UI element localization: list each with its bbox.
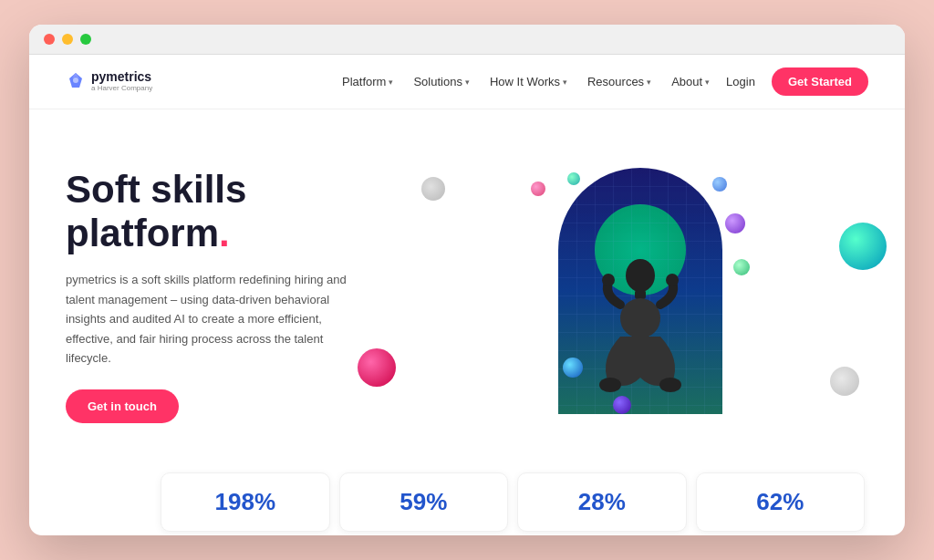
svg-point-2 — [73, 78, 78, 83]
nav-item-how-it-works[interactable]: How It Works ▾ — [483, 69, 575, 94]
hero-title-line2: platform — [66, 212, 219, 254]
chevron-down-icon: ▾ — [563, 78, 567, 87]
sphere-arch-purple — [725, 213, 745, 233]
sphere-arch-bottom-purple — [613, 396, 631, 414]
hero-title: Soft skills platform. — [66, 168, 412, 256]
stat-value-1: 59% — [357, 488, 492, 516]
login-link[interactable]: Login — [717, 69, 764, 94]
get-in-touch-button[interactable]: Get in touch — [66, 389, 179, 423]
stat-card-1: 59% — [339, 472, 509, 532]
hero-right — [412, 150, 868, 441]
sphere-arch-pink — [531, 181, 545, 196]
nav-item-solutions[interactable]: Solutions ▾ — [406, 69, 476, 94]
stat-value-3: 62% — [713, 488, 848, 516]
nav-label-platform: Platform — [342, 75, 386, 88]
stat-value-2: 28% — [534, 488, 669, 516]
nav-item-platform[interactable]: Platform ▾ — [335, 69, 400, 94]
svg-point-10 — [659, 378, 681, 392]
nav-label-solutions: Solutions — [413, 75, 462, 88]
hero-title-dot: . — [219, 212, 230, 254]
nav-item-about[interactable]: About ▾ — [664, 69, 717, 94]
logo-subtitle: a Harver Company — [91, 84, 152, 93]
sphere-right-gray — [830, 367, 859, 396]
arch-illustration — [549, 168, 732, 423]
stat-value-0: 198% — [178, 488, 313, 516]
sphere-arch-bottom-teal — [563, 358, 583, 378]
nav-label-about: About — [671, 75, 702, 88]
svg-point-8 — [666, 274, 679, 286]
sphere-arch-green — [733, 259, 750, 275]
hero-description: pymetrics is a soft skills platform rede… — [66, 270, 358, 368]
traffic-light-red[interactable] — [44, 34, 55, 45]
nav-label-resources: Resources — [587, 75, 644, 88]
svg-point-9 — [599, 378, 621, 392]
stats-bar: 198% 59% 28% 62% — [29, 472, 905, 532]
browser-window: pymetrics a Harver Company Platform ▾ So… — [29, 25, 905, 535]
stat-card-0: 198% — [161, 472, 330, 532]
chevron-down-icon: ▾ — [647, 78, 651, 87]
logo-name: pymetrics — [91, 70, 152, 84]
sphere-arch-teal — [567, 172, 580, 185]
chevron-down-icon: ▾ — [389, 78, 393, 87]
svg-point-7 — [602, 274, 615, 286]
person-svg — [590, 250, 690, 423]
browser-chrome — [29, 25, 905, 55]
traffic-light-green[interactable] — [80, 34, 91, 45]
svg-point-6 — [620, 298, 660, 338]
traffic-light-yellow[interactable] — [62, 34, 73, 45]
chevron-down-icon: ▾ — [465, 78, 470, 87]
stat-card-3: 62% — [696, 472, 866, 532]
page-content: pymetrics a Harver Company Platform ▾ So… — [29, 55, 905, 535]
nav-label-how-it-works: How It Works — [490, 75, 560, 88]
hero-title-line1: Soft skills — [66, 168, 246, 211]
logo-text-group: pymetrics a Harver Company — [91, 70, 152, 93]
nav-links: Platform ▾ Solutions ▾ How It Works ▾ Re… — [335, 69, 717, 94]
hero-person — [586, 241, 695, 423]
svg-point-4 — [626, 259, 655, 292]
sphere-gray-small — [421, 177, 445, 201]
logo-icon — [66, 71, 86, 91]
sphere-right-gradient — [839, 223, 887, 270]
navbar: pymetrics a Harver Company Platform ▾ So… — [29, 55, 905, 109]
sphere-arch-blue — [712, 177, 727, 192]
chevron-down-icon: ▾ — [705, 78, 710, 87]
svg-rect-5 — [635, 290, 646, 299]
stat-card-2: 28% — [517, 472, 687, 532]
hero-section: Soft skills platform. pymetrics is a sof… — [29, 109, 905, 472]
hero-left: Soft skills platform. pymetrics is a sof… — [66, 168, 412, 424]
get-started-button[interactable]: Get Started — [772, 67, 868, 96]
logo-area: pymetrics a Harver Company — [66, 70, 152, 93]
nav-item-resources[interactable]: Resources ▾ — [580, 69, 659, 94]
